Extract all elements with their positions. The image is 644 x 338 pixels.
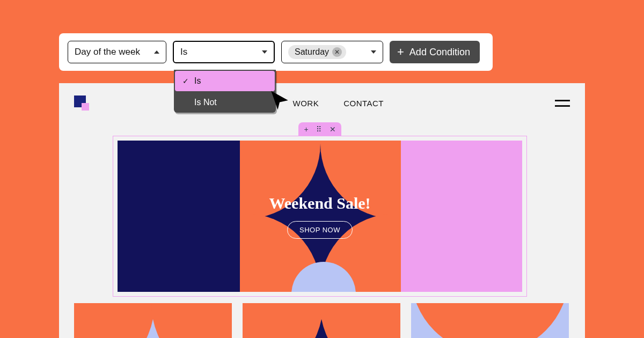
dropdown-option-is[interactable]: ✓ Is bbox=[175, 71, 275, 91]
add-condition-button[interactable]: + Add Condition bbox=[390, 41, 480, 63]
condition-bar: Day of the week Is Saturday ✕ + Add Cond… bbox=[59, 33, 493, 71]
operator-select[interactable]: Is bbox=[173, 41, 275, 63]
dropdown-option-label: Is Not bbox=[194, 98, 217, 107]
field-select-label: Day of the week bbox=[75, 47, 140, 57]
element-add-icon[interactable]: + bbox=[304, 125, 308, 134]
card-row bbox=[74, 303, 569, 338]
feature-card bbox=[243, 303, 400, 338]
value-chip-label: Saturday bbox=[295, 47, 329, 57]
feature-card bbox=[411, 303, 569, 338]
operator-select-label: Is bbox=[180, 47, 187, 57]
caret-up-icon bbox=[154, 50, 159, 54]
feature-card bbox=[74, 303, 232, 338]
website-preview-panel: WORK CONTACT Weekend Sale! SHOP NOW bbox=[59, 83, 585, 338]
hamburger-menu-icon[interactable] bbox=[555, 100, 570, 107]
add-condition-label: Add Condition bbox=[409, 47, 470, 58]
dropdown-option-is-not[interactable]: Is Not bbox=[174, 92, 276, 113]
operator-dropdown: ✓ Is Is Not bbox=[174, 70, 276, 113]
value-chip: Saturday ✕ bbox=[288, 45, 346, 59]
dropdown-option-label: Is bbox=[194, 76, 201, 86]
field-select[interactable]: Day of the week bbox=[68, 41, 166, 63]
value-select[interactable]: Saturday ✕ bbox=[281, 41, 383, 63]
site-logo bbox=[74, 95, 89, 111]
plus-icon: + bbox=[397, 46, 404, 58]
nav-link-contact[interactable]: CONTACT bbox=[343, 99, 384, 108]
element-drag-icon[interactable]: ⠿ bbox=[316, 125, 322, 134]
hero-selection-outline[interactable]: Weekend Sale! SHOP NOW bbox=[113, 136, 527, 297]
shop-now-button[interactable]: SHOP NOW bbox=[287, 221, 353, 239]
hero-title: Weekend Sale! bbox=[269, 194, 370, 212]
check-icon: ✓ bbox=[182, 77, 189, 85]
site-header: WORK CONTACT bbox=[59, 83, 585, 123]
hero-pink-panel bbox=[396, 141, 522, 292]
hero-block: Weekend Sale! SHOP NOW bbox=[118, 141, 522, 292]
caret-down-icon bbox=[262, 50, 267, 54]
caret-down-icon bbox=[371, 50, 376, 54]
element-toolbar: + ⠿ ✕ bbox=[298, 122, 341, 136]
chip-remove-icon[interactable]: ✕ bbox=[332, 47, 342, 57]
element-remove-icon[interactable]: ✕ bbox=[330, 125, 336, 134]
nav-link-work[interactable]: WORK bbox=[292, 99, 319, 108]
